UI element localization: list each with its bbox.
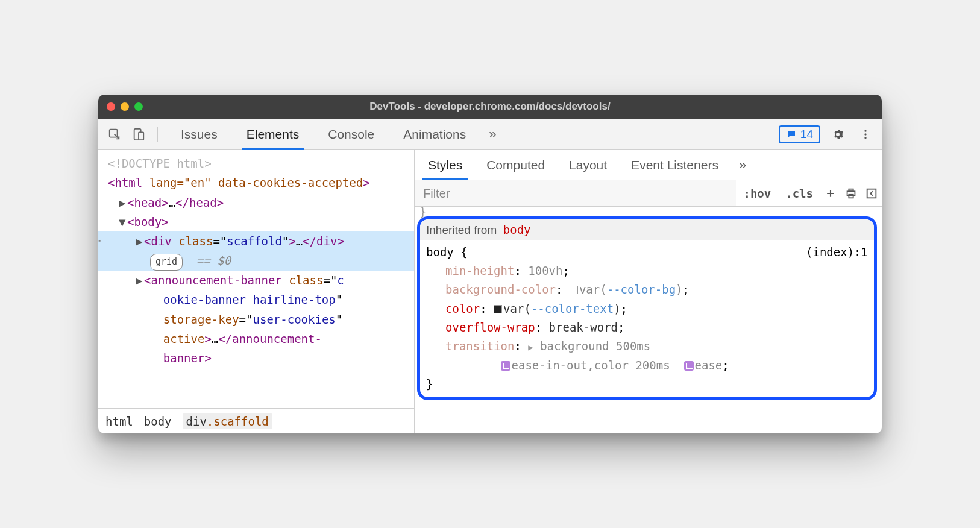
svg-rect-2 [139, 132, 143, 140]
devtools-window: DevTools - developer.chrome.com/docs/dev… [98, 95, 882, 433]
grid-badge[interactable]: grid [150, 254, 183, 271]
subtab-event-listeners[interactable]: Event Listeners [619, 150, 730, 180]
elements-panel: <!DOCTYPE html> <html lang="en" data-coo… [98, 150, 415, 433]
tab-elements[interactable]: Elements [232, 119, 314, 149]
console-reference: == $0 [196, 254, 231, 267]
ellipsis-icon[interactable]: ⋯ [98, 231, 101, 250]
bezier-editor-icon[interactable] [684, 361, 694, 371]
filter-row: :hov .cls [415, 180, 882, 207]
svg-point-3 [864, 130, 866, 131]
svg-rect-7 [849, 189, 853, 191]
hov-toggle[interactable]: :hov [736, 187, 778, 200]
divider [157, 127, 158, 142]
main-toolbar: Issues Elements Console Animations » 14 [98, 119, 882, 150]
color-swatch-icon[interactable] [494, 305, 502, 313]
filter-input[interactable] [415, 180, 736, 206]
styles-body: } Inherited from body body { (index):1 m… [415, 207, 882, 433]
inherited-from-header: Inherited from body [420, 219, 874, 240]
css-property[interactable]: background-color: var(--color-bg); [426, 280, 868, 299]
css-property[interactable]: color: var(--color-text); [426, 300, 868, 318]
close-window-button[interactable] [107, 102, 115, 111]
css-property[interactable]: transition: ▶ background 500ms ease-in-o… [426, 337, 868, 375]
dom-announcement-banner[interactable]: ▶<announcement-banner class="c ookie-ban… [98, 271, 414, 368]
styles-panel: Styles Computed Layout Event Listeners »… [415, 150, 882, 433]
rule-content[interactable]: body { (index):1 min-height: 100vh; back… [420, 240, 874, 398]
dom-body[interactable]: ▼<body> [98, 212, 414, 231]
main-tabs: Issues Elements Console Animations » [166, 119, 504, 149]
prev-rule-close: } [417, 209, 877, 215]
window-title: DevTools - developer.chrome.com/docs/dev… [98, 101, 882, 113]
subtab-layout[interactable]: Layout [557, 150, 619, 180]
rule-source-link[interactable]: (index):1 [806, 243, 868, 262]
toolbar-right: 14 [779, 124, 876, 145]
new-style-rule-icon[interactable] [820, 183, 841, 204]
svg-point-5 [864, 137, 866, 139]
bezier-editor-icon[interactable] [501, 361, 510, 371]
titlebar: DevTools - developer.chrome.com/docs/dev… [98, 95, 882, 119]
cls-toggle[interactable]: .cls [778, 187, 820, 200]
main-content: <!DOCTYPE html> <html lang="en" data-coo… [98, 150, 882, 433]
more-subtabs-icon[interactable]: » [730, 157, 755, 173]
traffic-lights [107, 102, 143, 111]
svg-rect-9 [867, 189, 876, 198]
maximize-window-button[interactable] [134, 102, 143, 111]
highlighted-rule: Inherited from body body { (index):1 min… [417, 216, 877, 401]
color-swatch-icon[interactable] [570, 286, 578, 294]
breadcrumb-selected[interactable]: div.scaffold [183, 413, 272, 429]
breadcrumb-html[interactable]: html [105, 415, 133, 428]
device-toolbar-icon[interactable] [128, 124, 149, 145]
svg-point-4 [864, 133, 866, 135]
css-property[interactable]: min-height: 100vh; [426, 262, 868, 280]
minimize-window-button[interactable] [121, 102, 129, 111]
issues-count: 14 [800, 128, 813, 141]
kebab-menu-icon[interactable] [855, 124, 876, 145]
dom-tree[interactable]: <!DOCTYPE html> <html lang="en" data-coo… [98, 150, 414, 408]
tab-issues[interactable]: Issues [166, 119, 232, 149]
css-property[interactable]: overflow-wrap: break-word; [426, 318, 868, 337]
issues-badge[interactable]: 14 [779, 125, 820, 143]
computed-sidebar-icon[interactable] [861, 183, 882, 204]
subtab-styles[interactable]: Styles [416, 150, 474, 180]
tab-console[interactable]: Console [313, 119, 389, 149]
styles-subtabs: Styles Computed Layout Event Listeners » [415, 150, 882, 180]
breadcrumb: html body div.scaffold [98, 408, 414, 433]
message-icon [786, 129, 797, 140]
settings-icon[interactable] [828, 124, 848, 145]
dom-scaffold[interactable]: ⋯ ▶<div class="scaffold">…</div> grid ==… [98, 231, 414, 271]
inspect-element-icon[interactable] [104, 124, 125, 145]
breadcrumb-body[interactable]: body [144, 415, 172, 428]
print-icon[interactable] [841, 183, 861, 204]
dom-html-open[interactable]: <html lang="en" data-cookies-accepted> [98, 173, 414, 192]
subtab-computed[interactable]: Computed [474, 150, 557, 180]
expand-shorthand-icon[interactable]: ▶ [528, 342, 533, 352]
svg-rect-8 [849, 194, 853, 198]
tab-animations[interactable]: Animations [389, 119, 480, 149]
dom-head[interactable]: ▶<head>…</head> [98, 193, 414, 212]
more-tabs-icon[interactable]: » [480, 127, 504, 142]
dom-doctype[interactable]: <!DOCTYPE html> [98, 154, 414, 173]
